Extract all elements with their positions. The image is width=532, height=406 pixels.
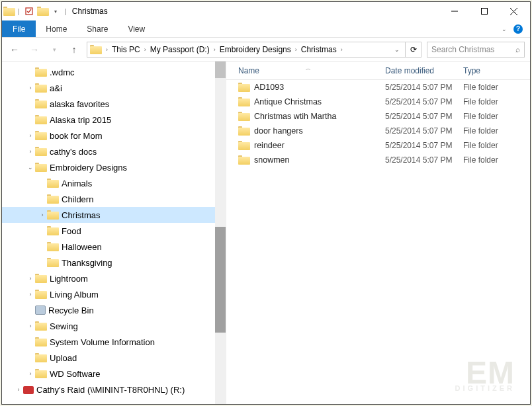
list-item[interactable]: Christmas wtih Martha5/25/2014 5:07 PMFi…: [226, 109, 530, 124]
folder-icon[interactable]: [37, 6, 48, 17]
file-date: 5/25/2014 5:07 PM: [385, 126, 463, 136]
chevron-right-icon[interactable]: ›: [339, 46, 344, 53]
list-item[interactable]: door hangers5/25/2014 5:07 PMFile folder: [226, 124, 530, 138]
list-item[interactable]: snowmen5/25/2014 5:07 PMFile folder: [226, 153, 530, 167]
chevron-right-icon[interactable]: ›: [105, 46, 109, 53]
chevron-down-icon[interactable]: ⌄: [26, 164, 35, 171]
chevron-right-icon[interactable]: ›: [38, 212, 47, 218]
forward-button[interactable]: →: [27, 42, 42, 57]
tree-item[interactable]: ›cathy's docs: [2, 143, 226, 159]
minimize-button[interactable]: [439, 2, 469, 20]
tree-item[interactable]: ›System Volume Information: [2, 334, 226, 350]
folder-icon: [35, 290, 47, 299]
tree-item[interactable]: ›.wdmc: [2, 64, 226, 80]
file-date: 5/25/2014 5:07 PM: [385, 97, 463, 106]
column-header-name[interactable]: Name︿: [226, 66, 385, 75]
maximize-button[interactable]: [469, 2, 499, 20]
column-headers: Name︿ Date modified Type: [226, 61, 530, 80]
tree-item[interactable]: ⌄Embroidery Designs: [2, 159, 226, 175]
folder-icon: [47, 194, 59, 204]
tree-item[interactable]: ›alaska favorites: [2, 96, 226, 112]
tree-item-label: Recycle Bin: [48, 305, 94, 315]
tree-item-label: Halloween: [62, 242, 102, 252]
folder-icon: [238, 112, 250, 121]
tab-home[interactable]: Home: [36, 20, 77, 37]
tree-item[interactable]: ›Thanksgiving: [2, 255, 226, 270]
file-tab[interactable]: File: [2, 20, 36, 37]
chevron-right-icon[interactable]: ›: [26, 148, 35, 155]
chevron-right-icon[interactable]: ›: [14, 386, 23, 393]
tree-item[interactable]: ›Cathy's Raid (\\MININT-T8R0HNL) (R:): [2, 382, 226, 397]
folder-icon: [90, 45, 102, 54]
folder-icon: [3, 6, 14, 17]
tree-item[interactable]: ›Lightroom: [2, 270, 226, 286]
folder-icon: [35, 337, 47, 346]
list-item[interactable]: Antique Christmas5/25/2014 5:07 PMFile f…: [226, 95, 530, 109]
folder-icon: [35, 163, 47, 172]
tree-item[interactable]: ›Food: [2, 223, 226, 239]
sort-asc-icon: ︿: [306, 65, 311, 72]
folder-icon: [35, 67, 47, 77]
file-date: 5/25/2014 5:07 PM: [385, 141, 463, 150]
column-header-date[interactable]: Date modified: [385, 66, 463, 75]
tree-item-label: Upload: [50, 353, 77, 363]
file-name: reindeer: [254, 141, 285, 150]
breadcrumb[interactable]: Christmas: [300, 45, 338, 54]
chevron-right-icon[interactable]: ›: [26, 132, 35, 139]
list-item[interactable]: reindeer5/25/2014 5:07 PMFile folder: [226, 138, 530, 153]
tree-item[interactable]: ›Halloween: [2, 239, 226, 255]
content-pane: Name︿ Date modified Type AD10935/25/2014…: [226, 61, 530, 404]
tree-item[interactable]: ›Childern: [2, 191, 226, 207]
breadcrumb[interactable]: This PC: [111, 45, 142, 54]
chevron-right-icon[interactable]: ›: [294, 46, 298, 53]
breadcrumb[interactable]: Embroidery Designs: [218, 45, 292, 54]
quick-access-toolbar: | ▾ |: [3, 6, 68, 17]
list-item[interactable]: AD10935/25/2014 5:07 PMFile folder: [226, 80, 530, 95]
tree-item-label: System Volume Information: [50, 337, 155, 347]
file-type: File folder: [463, 141, 530, 150]
address-dropdown-icon[interactable]: ⌄: [392, 46, 402, 53]
tree-item[interactable]: ›Recycle Bin: [2, 302, 226, 318]
folder-icon: [47, 242, 59, 251]
recent-locations-icon[interactable]: ▾: [47, 42, 62, 57]
chevron-right-icon[interactable]: ›: [26, 370, 35, 377]
folder-icon: [238, 141, 250, 150]
chevron-right-icon[interactable]: ›: [212, 46, 217, 53]
tree-item[interactable]: ›Upload: [2, 350, 226, 366]
chevron-right-icon[interactable]: ›: [26, 85, 35, 91]
refresh-button[interactable]: ⟳: [406, 42, 421, 58]
properties-icon[interactable]: [24, 6, 34, 17]
tree-item[interactable]: ›book for Mom: [2, 128, 226, 143]
tab-view[interactable]: View: [118, 20, 155, 37]
address-bar[interactable]: › This PC › My Passport (D:) › Embroider…: [87, 42, 406, 58]
scrollbar-thumb[interactable]: [215, 227, 226, 333]
tab-share[interactable]: Share: [77, 20, 118, 37]
search-input[interactable]: Search Christmas ⌕: [427, 42, 525, 58]
chevron-right-icon[interactable]: ›: [143, 46, 148, 53]
tree-item-label: Thanksgiving: [62, 258, 112, 268]
column-header-type[interactable]: Type: [463, 66, 530, 75]
chevron-right-icon[interactable]: ›: [26, 323, 35, 329]
tree-item[interactable]: ›Christmas: [2, 207, 226, 223]
chevron-right-icon[interactable]: ›: [26, 275, 35, 282]
help-button[interactable]: ?: [511, 20, 525, 37]
tree-item[interactable]: ›a&i: [2, 80, 226, 96]
scrollbar-up-region[interactable]: [215, 61, 226, 78]
qat-dropdown-icon[interactable]: ▾: [50, 6, 61, 17]
back-button[interactable]: ←: [7, 42, 22, 57]
up-button[interactable]: ↑: [67, 42, 81, 57]
tree-item[interactable]: ›Alaska trip 2015: [2, 112, 226, 128]
tree-item[interactable]: ›Animals: [2, 175, 226, 191]
chevron-right-icon[interactable]: ›: [26, 291, 35, 298]
tree-item[interactable]: ›WD Software: [2, 366, 226, 382]
file-name: door hangers: [254, 126, 303, 136]
navigation-tree[interactable]: ›.wdmc›a&i›alaska favorites›Alaska trip …: [2, 61, 226, 404]
window-title: Christmas: [72, 7, 108, 16]
close-button[interactable]: [499, 2, 529, 20]
breadcrumb[interactable]: My Passport (D:): [149, 45, 211, 54]
folder-icon: [35, 131, 47, 140]
network-drive-icon: [23, 386, 34, 394]
expand-ribbon-icon[interactable]: ⌄: [500, 20, 509, 37]
tree-item[interactable]: ›Sewing: [2, 318, 226, 334]
tree-item[interactable]: ›Living Album: [2, 286, 226, 302]
